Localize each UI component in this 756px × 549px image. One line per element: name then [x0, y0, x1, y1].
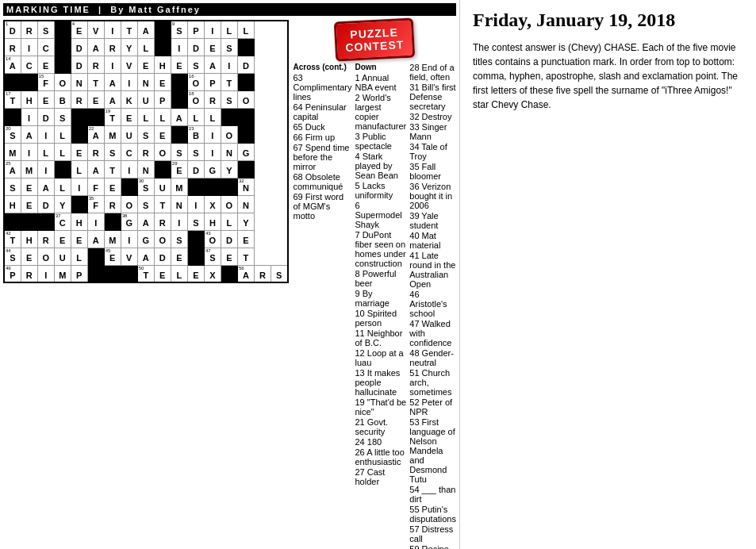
grid-cell: N: [221, 143, 237, 160]
grid-cell: D: [71, 56, 87, 73]
cell-letter: A: [88, 44, 104, 53]
cell-letter: A: [138, 26, 154, 36]
right-clues-cols: Across (cont.)63 Complimentary lines64 P…: [294, 63, 457, 549]
cell-letter: S: [171, 148, 187, 158]
grid-cell: H: [154, 56, 171, 73]
cell-number: 1: [6, 21, 8, 26]
cell-letter: M: [105, 236, 121, 245]
cell-letter: P: [188, 26, 204, 36]
cell-letter: L: [55, 131, 71, 140]
cell-number: 15: [39, 74, 44, 79]
grid-cell: E: [154, 125, 171, 143]
grid-cell: U: [121, 125, 137, 143]
grid-cell: H: [21, 230, 37, 248]
cell-letter: R: [5, 44, 21, 53]
cell-letter: I: [188, 201, 204, 210]
cell-letter: E: [171, 61, 187, 71]
grid-cell: I: [21, 38, 37, 56]
cell-number: 45: [106, 248, 111, 253]
cell-letter: I: [21, 148, 37, 158]
cell-letter: S: [5, 183, 21, 193]
right-clues-section: PUZZLECONTEST Across (cont.)63 Complimen…: [294, 20, 457, 549]
grid-cell: E: [21, 195, 37, 213]
cell-letter: I: [88, 218, 104, 228]
cell-letter: R: [255, 271, 271, 280]
cell-letter: L: [205, 113, 221, 123]
cell-letter: I: [205, 148, 221, 158]
cell-letter: E: [155, 131, 171, 140]
grid-cell: [104, 265, 121, 282]
grid-cell: S: [187, 56, 204, 73]
grid-cell: L: [71, 248, 87, 265]
clue-item: 26 A little too enthusiastic: [355, 447, 406, 466]
puzzle-title: MARKING TIME | By Matt Gaffney: [3, 3, 456, 16]
right-panel: Friday, January 19, 2018 The contest ans…: [460, 0, 756, 549]
grid-cell: I: [171, 38, 187, 56]
clue-item: 31 Bill's first Defense secretary: [409, 83, 456, 111]
grid-cell: A: [137, 248, 154, 265]
cell-letter: R: [138, 148, 154, 158]
clue-item: 69 First word of MGM's motto: [294, 192, 352, 221]
cell-letter: E: [21, 183, 37, 193]
cell-number: 17: [6, 91, 11, 96]
cell-letter: S: [188, 61, 204, 71]
cell-letter: S: [205, 253, 221, 263]
cell-letter: D: [221, 236, 237, 245]
grid-cell: [187, 178, 204, 195]
title-text: MARKING TIME: [6, 5, 90, 14]
cell-letter: Y: [121, 44, 137, 53]
cell-letter: N: [221, 148, 237, 158]
grid-cell: Y: [54, 195, 71, 213]
cell-letter: N: [138, 166, 154, 175]
grid-cell: M: [104, 230, 121, 248]
cell-letter: A: [21, 131, 37, 140]
clue-item: 48 Gender-neutral: [409, 348, 456, 367]
grid-cell: S: [137, 195, 154, 213]
grid-cell: E: [71, 230, 87, 248]
clue-item: 1 Annual NBA event: [355, 73, 406, 92]
clue-item: 68 Obsolete communiqué: [294, 172, 352, 191]
cell-number: 4: [72, 21, 75, 26]
cell-number: 56: [239, 266, 244, 271]
grid-cell: E: [171, 248, 187, 265]
cell-letter: L: [155, 113, 171, 123]
left-panel: MARKING TIME | By Matt Gaffney 1DRS4EVIT…: [0, 0, 460, 549]
grid-cell: L: [221, 213, 237, 230]
cell-letter: F: [88, 183, 104, 193]
cell-letter: C: [55, 218, 71, 228]
grid-cell: [171, 90, 187, 108]
grid-cell: [21, 73, 37, 90]
cell-letter: U: [55, 253, 71, 263]
cell-letter: N: [171, 201, 187, 210]
grid-cell: E: [121, 108, 137, 125]
grid-cell: L: [137, 108, 154, 125]
grid-cell: G: [137, 230, 154, 248]
grid-cell: [221, 178, 237, 195]
grid-cell: [221, 265, 237, 282]
grid-cell: L: [54, 178, 71, 195]
grid-cell: 18O: [187, 90, 204, 108]
cell-letter: R: [205, 96, 221, 106]
cell-letter: T: [238, 253, 254, 263]
grid-cell: O: [54, 73, 71, 90]
grid-cell: 20S: [4, 125, 21, 143]
grid-cell: S: [171, 143, 187, 160]
cell-letter: P: [5, 271, 21, 280]
cell-letter: S: [188, 218, 204, 228]
cell-letter: P: [205, 79, 221, 88]
cell-letter: L: [38, 148, 54, 158]
grid-cell: I: [104, 21, 121, 38]
cell-letter: U: [138, 96, 154, 106]
cell-number: 32: [239, 179, 244, 183]
cell-letter: A: [171, 113, 187, 123]
cell-letter: O: [188, 79, 204, 88]
cell-letter: R: [71, 96, 87, 106]
cell-letter: V: [121, 253, 137, 263]
cell-letter: R: [21, 271, 37, 280]
cell-letter: I: [21, 44, 37, 53]
grid-cell: L: [187, 108, 204, 125]
grid-cell: R: [21, 265, 37, 282]
grid-cell: T: [87, 73, 104, 90]
grid-cell: 1D: [4, 21, 21, 38]
cell-letter: D: [38, 201, 54, 210]
